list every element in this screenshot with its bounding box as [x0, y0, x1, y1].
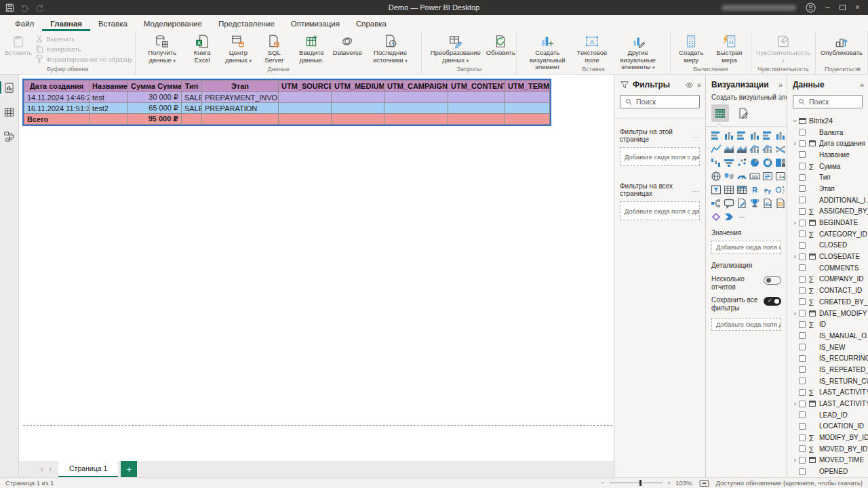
field-checkbox[interactable]	[799, 264, 806, 271]
minimize-button[interactable]: –	[825, 3, 830, 12]
field-tree-item[interactable]: Валюта	[791, 127, 868, 138]
transform-data-button[interactable]: Преобразование данных ▾	[425, 33, 486, 65]
paste-button[interactable]: Вставить	[3, 33, 34, 65]
expand-icon[interactable]: ›	[791, 219, 799, 226]
python-visual-icon[interactable]: Py	[762, 184, 773, 195]
field-tree-item[interactable]: ADDITIONAL_I…	[791, 195, 868, 206]
collapse-filters-icon[interactable]: »	[697, 81, 700, 89]
field-checkbox[interactable]	[799, 253, 806, 260]
collapse-visualizations-icon[interactable]: »	[778, 81, 781, 89]
menu-tab-0[interactable]: Файл	[7, 17, 42, 31]
field-tree-item[interactable]: IS_MANUAL_O…	[791, 330, 868, 342]
field-checkbox[interactable]	[799, 344, 806, 350]
quick-measure-button[interactable]: Быстрая мера	[711, 33, 748, 65]
field-checkbox[interactable]	[799, 242, 806, 249]
q-and-a-icon[interactable]	[723, 197, 734, 209]
field-tree-item[interactable]: ∑ASSIGNED_BY_ID	[791, 206, 868, 218]
excel-workbook-button[interactable]: X Книга Excel	[187, 33, 217, 65]
update-available-link[interactable]: Доступно обновление (щелкните, чтобы ска…	[716, 479, 863, 487]
field-tree-item[interactable]: ∑COMPANY_ID	[791, 274, 868, 285]
format-visual-tab[interactable]	[734, 104, 752, 122]
eye-icon[interactable]	[685, 81, 694, 89]
data-search-input[interactable]: Поиск	[793, 95, 863, 108]
enter-data-button[interactable]: Введите данные.	[290, 33, 333, 65]
power-bi-report-icon[interactable]	[774, 197, 786, 209]
field-checkbox[interactable]	[799, 151, 806, 158]
field-tree-item[interactable]: ∑MOVED_BY_ID	[791, 443, 868, 455]
map-icon[interactable]	[710, 170, 722, 182]
field-checkbox[interactable]	[799, 129, 806, 136]
field-tree-item[interactable]: ›BEGINDATE	[791, 217, 868, 228]
field-checkbox[interactable]	[799, 355, 806, 362]
field-tree-item[interactable]: ∑MODIFY_BY_ID	[791, 432, 868, 443]
scatter-chart-icon[interactable]	[736, 157, 747, 168]
more-options-icon[interactable]: ...	[692, 186, 700, 193]
dataverse-button[interactable]: Dataverse	[334, 33, 361, 65]
kpi-icon[interactable]: A	[774, 170, 786, 182]
gauge-icon[interactable]	[736, 170, 747, 182]
field-checkbox[interactable]	[799, 310, 806, 317]
build-visual-tab[interactable]	[711, 104, 729, 122]
expand-icon[interactable]: ›	[791, 140, 799, 147]
close-button[interactable]: ×	[855, 3, 860, 12]
field-checkbox[interactable]	[799, 298, 806, 305]
field-checkbox[interactable]	[799, 389, 806, 396]
field-checkbox[interactable]	[799, 197, 806, 203]
publish-button[interactable]: Опубликовать	[818, 33, 865, 65]
field-tree-item[interactable]: CLOSED	[791, 240, 868, 251]
power-automate-icon[interactable]	[723, 211, 734, 222]
add-page-button[interactable]: +	[121, 461, 137, 477]
copy-button[interactable]: Копировать	[35, 45, 132, 53]
stacked-column-chart-icon[interactable]	[723, 129, 734, 141]
multi-row-card-icon[interactable]	[762, 170, 773, 182]
field-checkbox[interactable]	[799, 378, 806, 384]
field-tree-item[interactable]: ›Дата создания	[791, 138, 868, 149]
field-tree-item[interactable]: IS_RETURN_CU…	[791, 375, 868, 387]
model-view-button[interactable]	[1, 129, 18, 144]
field-checkbox[interactable]	[799, 445, 806, 452]
field-tree-item[interactable]: OPENED	[791, 466, 868, 477]
more-visuals-icon[interactable]: ⋯	[736, 211, 747, 222]
field-tree-item[interactable]: ›CLOSEDATE	[791, 251, 868, 262]
redo-icon[interactable]	[35, 3, 44, 12]
key-influencers-icon[interactable]	[774, 184, 786, 195]
table-view-button[interactable]	[1, 104, 18, 119]
r-script-visual-icon[interactable]: R	[749, 184, 760, 195]
treemap-icon[interactable]	[774, 157, 786, 168]
table-icon[interactable]	[723, 184, 734, 195]
field-tree-item[interactable]: ∑LAST_ACTIVITY…	[791, 387, 868, 399]
collapse-ribbon-button[interactable]: ∧	[856, 66, 861, 73]
more-visuals-button[interactable]: Другие визуальные элементы ▾	[609, 33, 667, 65]
new-visual-button[interactable]: Создать визуальный элемент	[519, 33, 575, 65]
field-tree-item[interactable]: LOCATION_ID	[791, 421, 868, 432]
field-checkbox[interactable]	[799, 401, 806, 407]
filled-map-icon[interactable]	[723, 170, 734, 182]
collapse-data-icon[interactable]: »	[860, 81, 863, 89]
card-icon[interactable]: 123	[749, 170, 760, 182]
100-stacked-bar-chart-icon[interactable]	[762, 129, 773, 141]
new-measure-button[interactable]: Создать меру	[673, 33, 709, 65]
power-apps-icon[interactable]	[710, 211, 722, 222]
field-checkbox[interactable]	[799, 208, 806, 215]
field-checkbox[interactable]	[799, 276, 806, 283]
filters-search-input[interactable]: Поиск	[620, 95, 700, 108]
slicer-icon[interactable]	[710, 184, 722, 195]
menu-tab-2[interactable]: Вставка	[90, 17, 136, 31]
field-checkbox[interactable]	[799, 468, 806, 475]
get-data-button[interactable]: Получить данные ▾	[138, 33, 186, 65]
clustered-bar-chart-icon[interactable]	[736, 129, 747, 141]
field-checkbox[interactable]	[799, 230, 806, 237]
matrix-icon[interactable]	[736, 184, 747, 195]
next-page-icon[interactable]: ›	[49, 464, 52, 474]
filters-this-page-dropzone[interactable]: Добавьте сюда поля с дан…	[620, 147, 700, 166]
field-checkbox[interactable]	[799, 366, 806, 373]
field-tree-item[interactable]: ›MOVED_TIME	[791, 455, 868, 466]
line-stacked-column-chart-icon[interactable]	[749, 143, 760, 155]
field-tree-item[interactable]: ∑CONTACT_ID	[791, 285, 868, 296]
expand-icon[interactable]: ›	[791, 310, 799, 317]
sensitivity-button[interactable]: Чувствительность ▾	[754, 33, 812, 65]
zoom-slider[interactable]	[610, 483, 663, 483]
100-stacked-column-chart-icon[interactable]	[774, 129, 786, 141]
smart-narrative-icon[interactable]	[736, 197, 747, 209]
field-checkbox[interactable]	[799, 434, 806, 441]
